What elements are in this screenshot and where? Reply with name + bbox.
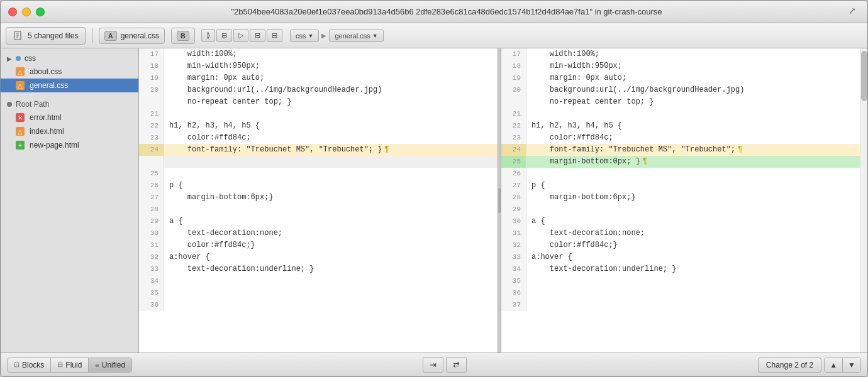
next-change-button[interactable]: ▼ [843, 358, 860, 372]
nav-btn-5[interactable]: ⊟ [267, 29, 282, 42]
line-content: margin-bottom:0px; }¶ [526, 156, 860, 168]
diff-pane-divider[interactable] [498, 48, 501, 352]
line-number: 26 [139, 180, 164, 192]
line-content [526, 299, 860, 311]
line-number: 36 [501, 287, 526, 299]
line-number: 24 [139, 144, 164, 156]
line-number: 37 [501, 299, 526, 311]
line-number: 19 [501, 72, 526, 84]
line-number: 35 [501, 275, 526, 287]
breadcrumb-path: css ▼ ▶ general.css ▼ [290, 30, 384, 42]
nav-btn-3[interactable]: ▷ [233, 29, 248, 42]
window-title: "2b504bee4083a20e0ef1e037eea0bd913a4d56b… [45, 7, 849, 16]
sidebar-item-about-css[interactable]: △ about.css [1, 65, 138, 79]
line-content [164, 108, 498, 120]
table-row: 25 [139, 168, 498, 180]
fluid-view-button[interactable]: ⊟ Fluid [51, 358, 89, 372]
bottom-bar: ⊡ Blocks ⊟ Fluid ≡ Unified ⇥ ⇄ Change 2 … [1, 352, 867, 376]
table-row: 24 font-family: "Trebuchet MS", "Trebuch… [139, 144, 498, 156]
line-content: background:url(../img/backgroundHeader.j… [164, 84, 498, 96]
close-button[interactable] [8, 8, 17, 16]
table-row: 17 width:100%; [139, 48, 498, 60]
line-content [526, 168, 860, 180]
table-row: 21 [139, 108, 498, 120]
table-row: 33a:hover { [501, 251, 860, 263]
line-content: a:hover { [526, 251, 860, 263]
line-content [164, 299, 498, 311]
added-icon: + [16, 141, 25, 150]
changed-files-button[interactable]: 5 changed files [6, 27, 86, 45]
diff-area: 17 width:100%;18 min-width:950px;19 marg… [139, 48, 867, 352]
sync-scroll-button[interactable]: ⇄ [446, 357, 467, 373]
side-a-tab[interactable]: A general.css [99, 28, 165, 44]
breadcrumb-css[interactable]: css ▼ [290, 30, 319, 42]
maximize-button[interactable] [36, 8, 45, 16]
sidebar-css-header[interactable]: ▶ css [1, 52, 138, 65]
changed-files-label: 5 changed files [28, 31, 79, 40]
line-number: 26 [501, 168, 526, 180]
line-content: no-repeat center top; } [164, 96, 498, 108]
table-row: 29a { [139, 216, 498, 227]
table-row: 36 [139, 299, 498, 311]
line-number [139, 156, 164, 168]
table-row: 34 text-decoration:underline; } [501, 263, 860, 275]
line-number: 18 [139, 60, 164, 72]
table-row: 22h1, h2, h3, h4, h5 { [139, 120, 498, 132]
table-row: 33 text-decoration:underline; } [139, 263, 498, 275]
window-controls [1, 8, 45, 16]
table-row: 17 width:100%; [501, 48, 860, 60]
table-row: 18 min-width:950px; [139, 60, 498, 72]
line-number: 32 [501, 239, 526, 251]
sidebar-item-error-html[interactable]: ✕ error.html [1, 111, 138, 124]
scrollbar[interactable] [860, 48, 867, 352]
change-indicator: Change 2 of 2 [758, 358, 821, 373]
sidebar-item-label-error: error.html [30, 113, 62, 122]
nav-btn-1[interactable]: ⟫ [201, 29, 215, 42]
previous-change-button[interactable]: ▲ [825, 358, 843, 372]
line-number: 33 [501, 251, 526, 263]
change-marker: ¶ [384, 145, 389, 154]
table-row: no-repeat center top; } [139, 96, 498, 108]
minimize-button[interactable] [22, 8, 31, 16]
line-content [526, 204, 860, 216]
navigate-to-file-button[interactable]: ⇥ [423, 357, 443, 373]
line-content: margin-bottom:6px;} [164, 192, 498, 204]
bottom-center: ⇥ ⇄ [135, 357, 755, 373]
line-content: text-decoration:none; [526, 227, 860, 239]
sidebar-item-new-page-html[interactable]: + new-page.html [1, 138, 138, 152]
main-content: ▶ css △ about.css △ general.css Root Pat… [1, 48, 867, 352]
nav-btn-2[interactable]: ⊟ [216, 29, 232, 42]
sidebar-item-label-general: general.css [30, 81, 68, 90]
side-b-tab[interactable]: B [171, 28, 195, 44]
line-number: 20 [139, 84, 164, 96]
modified-icon: △ [16, 67, 25, 76]
table-row: 20 background:url(../img/backgroundHeade… [501, 84, 860, 96]
line-number: 30 [139, 227, 164, 239]
diff-pane-right[interactable]: 17 width:100%;18 min-width:950px;19 marg… [501, 48, 860, 352]
line-number: 23 [139, 132, 164, 144]
line-content [164, 204, 498, 216]
line-content [164, 168, 498, 180]
scrollbar-thumb[interactable] [861, 51, 867, 101]
line-content [164, 275, 498, 287]
sidebar-item-general-css[interactable]: △ general.css [1, 79, 138, 92]
unified-view-button[interactable]: ≡ Unified [89, 358, 131, 372]
line-content: font-family: "Trebuchet MS", "Trebuchet"… [164, 144, 498, 156]
expand-icon[interactable]: ⤢ [849, 6, 861, 18]
breadcrumb-separator: ▶ [321, 32, 326, 39]
line-number: 31 [501, 227, 526, 239]
toolbar: 5 changed files A general.css B ⟫ ⊟ ▷ ⊟ … [1, 23, 867, 48]
file-nav-icon: ⇥ [430, 360, 437, 369]
root-path-header[interactable]: Root Path [1, 96, 138, 111]
nav-btn-4[interactable]: ⊟ [250, 29, 265, 42]
breadcrumb-file[interactable]: general.css ▼ [329, 30, 383, 42]
unified-label: Unified [102, 361, 125, 369]
table-row: 37 [501, 299, 860, 311]
chevron-down-icon: ▼ [308, 33, 314, 39]
blocks-view-button[interactable]: ⊡ Blocks [8, 358, 51, 372]
table-row: 18 min-width:950px; [501, 60, 860, 72]
diff-pane-left[interactable]: 17 width:100%;18 min-width:950px;19 marg… [139, 48, 498, 352]
sidebar-item-index-html[interactable]: △ index.html [1, 124, 138, 138]
table-row: 26p { [139, 180, 498, 192]
line-number: 31 [139, 239, 164, 251]
